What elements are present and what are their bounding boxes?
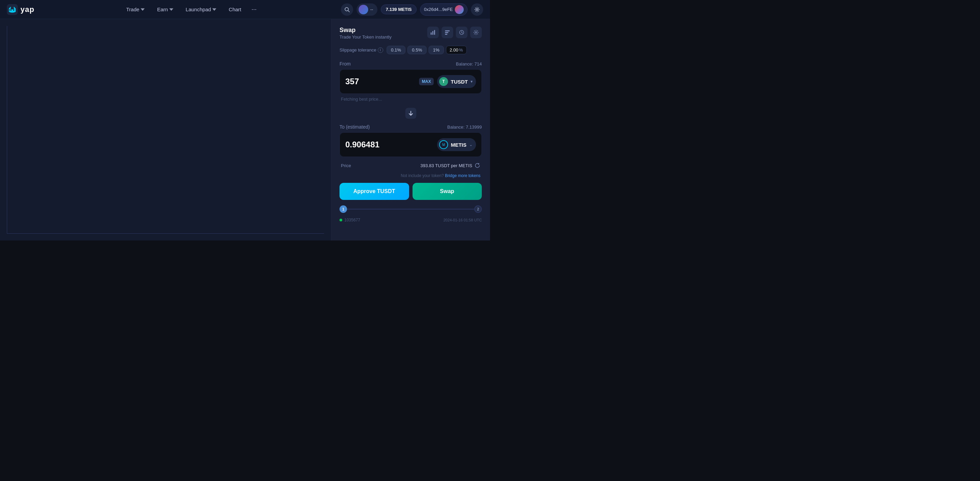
metis-icon: M [439,140,448,149]
bridge-link[interactable]: Bridge more tokens [445,173,480,178]
navbar: yap Trade Earn Launchpad Chart ··· [0,0,490,19]
nav-trade[interactable]: Trade [121,5,151,14]
svg-point-1 [10,10,11,11]
nav-logo[interactable]: yap [7,4,35,15]
settings-button[interactable] [471,3,483,16]
price-label: Price [341,163,351,168]
wallet-info: -- [356,3,377,16]
price-value-text: 393.83 TUSDT per METIS [420,163,472,168]
slippage-label: Slippage tolerance i [339,48,383,53]
nav-more-btn[interactable]: ··· [248,4,260,15]
to-token-box: 0.906481 M METIS ⌄ [339,132,482,157]
step-1-label: 1 [342,207,344,211]
step-2-label: 2 [477,207,479,211]
metis-balance-badge[interactable]: 7.139 METIS [381,5,417,14]
tusdt-icon: T [439,77,448,86]
svg-point-12 [475,32,477,33]
swap-panel: Swap Trade Your Token instantly [331,19,490,240]
slippage-info-icon[interactable]: i [378,48,383,53]
online-indicator [339,219,342,221]
nav-right: -- 7.139 METIS 0x26d4...9eFE [341,3,483,16]
settings-icon [474,7,480,12]
svg-rect-9 [445,32,449,33]
svg-point-2 [13,10,14,11]
refresh-price-btn[interactable] [474,162,480,168]
wallet-address-btn[interactable]: 0x26d4...9eFE [420,3,468,16]
swap-settings-icon [473,30,479,35]
trade-chevron-icon [141,8,145,12]
more-dots-label: ··· [251,6,256,13]
search-icon [344,7,350,12]
swap-title: Swap [339,27,392,34]
fetching-text: Fetching best price... [339,97,482,102]
swap-direction-row [339,107,482,119]
chart-canvas [7,26,324,234]
history-btn[interactable] [456,27,468,38]
from-token-chevron-icon: ▾ [471,79,473,84]
svg-rect-8 [445,30,450,32]
routes-btn[interactable] [442,27,453,38]
chart-area [0,19,331,240]
svg-rect-7 [434,30,435,35]
nav-chart[interactable]: Chart [223,5,247,14]
price-row: Price 393.83 TUSDT per METIS [339,160,482,171]
chart-small-icon [430,30,436,35]
svg-point-4 [476,8,478,10]
to-label: To (estimated) [339,124,370,130]
nav-chart-label: Chart [229,6,241,12]
approve-button[interactable]: Approve TUSDT [339,183,409,200]
refresh-icon [475,163,480,168]
max-button[interactable]: MAX [419,78,434,85]
slippage-1-btn[interactable]: 1% [429,46,444,54]
step-2-dot: 2 [474,205,482,213]
routes-icon [445,30,450,35]
search-button[interactable] [341,3,353,16]
slippage-05-btn[interactable]: 0.5% [407,46,426,54]
swap-button[interactable]: Swap [412,183,482,200]
slippage-options: 0.1% 0.5% 1% 2.00 % [387,46,467,54]
logo-text: yap [21,5,35,14]
to-token-name: METIS [451,142,466,148]
slippage-custom-input[interactable]: 2.00 % [446,46,467,54]
from-token-selector[interactable]: T TUSDT ▾ [437,75,476,88]
progress-steps: 1 2 [339,205,482,213]
wallet-avatar [455,5,464,14]
to-token-selector[interactable]: M METIS ⌄ [437,138,476,151]
to-token-chevron-icon: ⌄ [469,142,473,147]
nav-earn-label: Earn [157,6,168,12]
metis-balance-value: 7.139 METIS [386,7,412,12]
nav-launchpad[interactable]: Launchpad [180,5,222,14]
swap-title-section: Swap Trade Your Token instantly [339,27,392,40]
from-token-box: 357 MAX T TUSDT ▾ [339,69,482,94]
from-label: From [339,61,351,67]
user-avatar-section[interactable]: -- [356,3,377,16]
swap-direction-btn[interactable] [405,107,417,119]
chart-toggle-btn[interactable] [427,27,439,38]
bridge-notice-text: Not include your token? [401,173,444,178]
step-1-dot: 1 [339,205,347,213]
slippage-text: Slippage tolerance [339,48,376,52]
cat-logo-icon [7,4,18,15]
timestamp-text: 2024-01-16 01:58 UTC [443,218,482,222]
to-amount-display: 0.906481 [345,140,434,149]
slippage-custom-value: 2.00 [450,48,458,52]
settings-swap-btn[interactable] [470,27,482,38]
from-amount-input[interactable]: 357 [345,77,415,86]
nav-earn[interactable]: Earn [151,5,179,14]
action-buttons: Approve TUSDT Swap [339,183,482,200]
nav-launchpad-label: Launchpad [186,6,211,12]
from-label-row: From Balance: 714 [339,61,482,67]
from-token-name: TUSDT [451,79,468,84]
from-balance: Balance: 714 [456,61,482,67]
nav-trade-label: Trade [126,6,140,12]
swap-subtitle: Trade Your Token instantly [339,35,392,40]
history-icon [459,30,465,35]
slippage-section: Slippage tolerance i 0.1% 0.5% 1% 2.00 % [339,46,482,54]
user-avatar [359,5,368,14]
progress-line [347,209,474,210]
block-number-text: 1035677 [344,217,360,222]
wallet-address-text: 0x26d4...9eFE [424,7,453,12]
svg-rect-5 [431,32,432,35]
slippage-percent-symbol: % [459,48,463,52]
slippage-01-btn[interactable]: 0.1% [387,46,406,54]
